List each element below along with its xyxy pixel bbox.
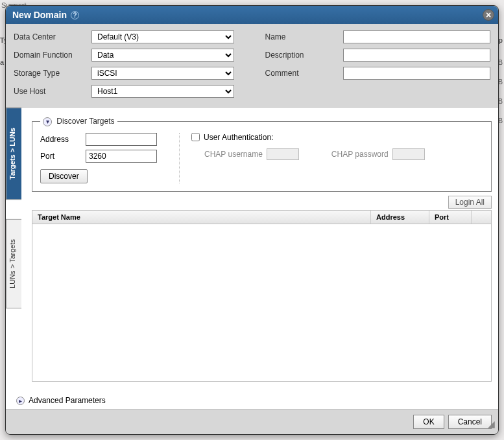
close-icon[interactable]: ×	[483, 9, 494, 21]
tab-body: ▾ Discover Targets Address Port Discove	[21, 108, 498, 388]
advanced-parameters-row[interactable]: ▸ Advanced Parameters	[6, 388, 498, 409]
port-input[interactable]	[86, 150, 157, 163]
name-input[interactable]	[343, 30, 491, 43]
storage-type-select[interactable]: iSCSI	[91, 67, 234, 80]
comment-input[interactable]	[343, 67, 491, 80]
col-actions	[472, 211, 491, 224]
titlebar[interactable]: New Domain ? ×	[6, 6, 498, 24]
data-center-select[interactable]: Default (V3)	[91, 30, 234, 43]
ok-button[interactable]: OK	[413, 415, 444, 429]
comment-label: Comment	[265, 69, 343, 78]
table-body	[32, 224, 491, 381]
domain-function-select[interactable]: Data	[91, 49, 234, 62]
resize-handle-icon[interactable]	[488, 424, 497, 433]
domain-function-label: Domain Function	[14, 51, 91, 60]
user-auth-checkbox[interactable]	[191, 133, 200, 141]
table-header: Target Name Address Port	[32, 211, 491, 224]
discover-targets-fieldset: ▾ Discover Targets Address Port Discove	[32, 117, 492, 192]
name-label: Name	[265, 32, 343, 41]
address-input[interactable]	[86, 133, 157, 146]
side-tabs: Targets > LUNs LUNs > Targets	[6, 108, 21, 388]
storage-type-label: Storage Type	[14, 69, 91, 78]
description-input[interactable]	[343, 49, 491, 62]
dialog-title: New Domain	[12, 10, 67, 20]
user-auth-label: User Authentication:	[204, 133, 273, 142]
col-address[interactable]: Address	[371, 211, 429, 224]
login-all-button[interactable]: Login All	[448, 196, 492, 209]
targets-table: Target Name Address Port	[32, 210, 492, 382]
tab-luns-targets[interactable]: LUNs > Targets	[6, 219, 21, 308]
use-host-label: Use Host	[14, 87, 91, 96]
use-host-select[interactable]: Host1	[91, 85, 234, 98]
advanced-parameters-label: Advanced Parameters	[29, 396, 106, 405]
col-target-name[interactable]: Target Name	[32, 211, 371, 224]
data-center-label: Data Center	[14, 32, 91, 41]
chap-username-input	[267, 148, 299, 160]
new-domain-dialog: New Domain ? × Data Center Default (V3) …	[5, 5, 499, 435]
chap-username-label: CHAP username	[204, 150, 263, 159]
collapse-icon[interactable]: ▾	[43, 117, 52, 126]
cancel-button[interactable]: Cancel	[448, 415, 492, 429]
discover-legend: ▾ Discover Targets	[40, 117, 117, 126]
description-label: Description	[265, 51, 343, 60]
tab-targets-luns[interactable]: Targets > LUNs	[6, 108, 21, 200]
help-icon[interactable]: ?	[71, 11, 79, 19]
address-label: Address	[40, 135, 86, 144]
main-panel: Targets > LUNs LUNs > Targets ▾ Discover…	[6, 107, 498, 388]
chap-password-input	[392, 148, 425, 160]
col-port[interactable]: Port	[429, 211, 472, 224]
expand-icon[interactable]: ▸	[16, 397, 25, 405]
discover-button[interactable]: Discover	[40, 169, 88, 183]
form-area: Data Center Default (V3) Domain Function…	[6, 24, 498, 107]
chap-password-label: CHAP password	[331, 150, 389, 159]
button-bar: OK Cancel	[6, 409, 498, 434]
port-label: Port	[40, 152, 86, 161]
